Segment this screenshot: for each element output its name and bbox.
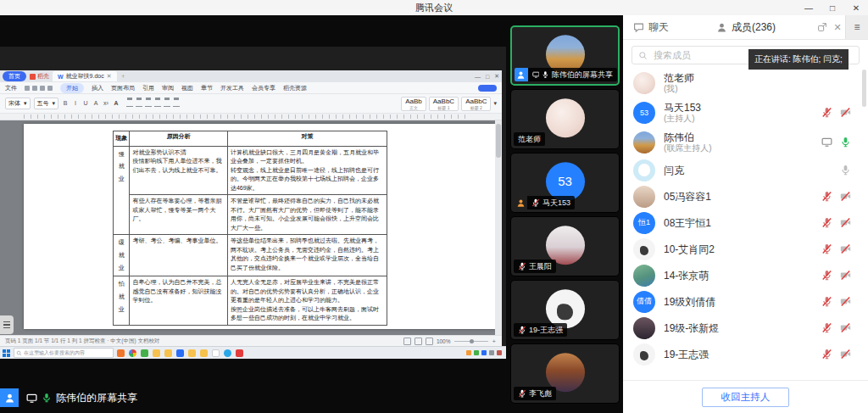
document-page[interactable]: 现象 原因分析 对策 慢就业 对就业形势认识不清 疫情影响线下用人单位进不来，我…	[24, 124, 495, 329]
video-tile-wangzhiqiang[interactable]: 19-王志强	[510, 280, 620, 340]
member-row[interactable]: 10-艾肖同2	[623, 236, 863, 262]
style-gallery-more-icon[interactable]: ▾	[493, 100, 497, 107]
menu-dev-tools[interactable]: 开发工具	[220, 84, 244, 92]
avatar	[633, 186, 655, 208]
remote-desktop: 首页 稻壳 W 就业帮扶9.doc ✕ ＋ — □ ✕ 文件	[0, 47, 506, 359]
menu-references[interactable]: 引用	[142, 84, 154, 92]
menu-section[interactable]: 章节	[201, 84, 213, 92]
menu-review[interactable]: 审阅	[162, 84, 174, 92]
wps-home-tab[interactable]: 首页	[3, 71, 26, 81]
tray-icon[interactable]	[481, 350, 487, 355]
wps-minimize-icon[interactable]: —	[475, 74, 481, 80]
menu-insert[interactable]: 插入	[92, 84, 103, 92]
member-row[interactable]: 19级-张新煜	[623, 315, 863, 341]
wps-document-tab[interactable]: W 就业帮扶9.doc ✕	[53, 71, 117, 81]
wps-menu-bar: 文件 开始 插入 页面布局 引用 审阅 视图 章节 开发工具 会员专享 稻壳资源	[0, 82, 502, 94]
member-row[interactable]: 14-张京萌	[623, 262, 863, 288]
style-gallery: AaBb正文 AaBbC标题 1 AaBbC标题 2 ▾	[401, 97, 497, 111]
taskbar-app-icon[interactable]	[236, 349, 243, 357]
tab-members[interactable]: 成员(236)	[716, 20, 776, 35]
member-row[interactable]: 范老师(我)	[623, 68, 863, 98]
wps-docer-tab[interactable]: 稻壳	[30, 72, 49, 81]
table-header-cause: 原因分析	[130, 131, 228, 147]
new-tab-button[interactable]: ＋	[120, 72, 126, 81]
member-row[interactable]: 05冯容容1	[623, 183, 863, 209]
paragraph-buttons[interactable]	[126, 100, 180, 107]
tray-icon[interactable]	[466, 350, 471, 355]
meeting-dock-handle[interactable]	[0, 315, 14, 334]
taskbar-app-icon[interactable]	[141, 349, 148, 357]
close-button[interactable]: ✕	[844, 0, 868, 15]
minimize-button[interactable]: —	[797, 0, 821, 15]
style-heading1[interactable]: AaBbC标题 1	[429, 97, 459, 111]
tray-icon[interactable]	[489, 350, 494, 355]
style-heading2[interactable]: AaBbC标题 2	[461, 97, 491, 111]
member-row[interactable]: 倩倩 19级刘倩倩	[623, 288, 863, 315]
video-tile-chenweibo-share[interactable]: 陈伟伯的屏幕共享	[510, 25, 620, 86]
menu-docer-res[interactable]: 稻壳资源	[283, 84, 307, 92]
taskbar-app-icon[interactable]	[117, 349, 125, 357]
wps-window-controls[interactable]: — □ ✕	[475, 73, 499, 80]
quick-access-icons[interactable]	[25, 86, 53, 91]
mic-muted-icon	[518, 389, 526, 398]
document-scrollbar[interactable]	[495, 120, 502, 335]
popout-panel-icon[interactable]	[815, 22, 830, 32]
reclaim-host-button[interactable]: 收回主持人	[702, 388, 790, 407]
menu-page-layout[interactable]: 页面布局	[111, 84, 135, 92]
view-mode-icon[interactable]	[403, 338, 411, 345]
member-row[interactable]: 19-王志强	[623, 341, 863, 367]
wps-ruler	[0, 114, 502, 120]
font-name-select[interactable]: 宋体▾	[5, 98, 31, 109]
remote-taskbar: 在这里输入你要搜索的内容	[0, 346, 506, 359]
tray-icon[interactable]	[497, 350, 502, 355]
video-tile-matian153[interactable]: 53 马天153	[510, 153, 620, 213]
active-speaker-icon	[0, 388, 19, 407]
menu-member[interactable]: 会员专享	[252, 84, 275, 92]
video-tile-fanlaoshi[interactable]: 范老师	[510, 89, 620, 149]
view-mode-icon[interactable]	[426, 338, 433, 345]
member-row[interactable]: 53 马天153(主持人)	[623, 98, 863, 127]
taskbar-folder-icon[interactable]	[200, 349, 208, 357]
taskbar-folder-icon[interactable]	[188, 349, 196, 357]
status-info: 页码 1 页面 1/1 节 1/1 行 1 列 1 拼写检查 · 中文(中国) …	[5, 338, 159, 345]
video-tile-lifeibiao[interactable]: 李飞彪	[510, 343, 620, 404]
taskbar-folder-icon[interactable]	[153, 349, 160, 357]
camera-off-icon	[840, 107, 851, 118]
style-normal[interactable]: AaBb正文	[401, 97, 426, 111]
wps-close-icon[interactable]: ✕	[494, 73, 499, 80]
maximize-button[interactable]: □	[821, 0, 844, 15]
taskbar-meeting-icon[interactable]	[224, 349, 231, 357]
close-panel-icon[interactable]: ✕	[830, 22, 845, 33]
menu-home[interactable]: 开始	[60, 83, 84, 93]
avatar: 53	[546, 162, 585, 201]
panel-menu-button[interactable]: ≡	[845, 15, 868, 39]
tab-chat[interactable]: 聊天	[633, 20, 669, 35]
table-header-phenomenon: 现象	[114, 131, 130, 147]
zoom-slider[interactable]	[454, 341, 488, 342]
panel-header: 聊天 成员(236) ✕ ≡	[623, 15, 868, 40]
video-tile-wangchenyang[interactable]: 王晨阳	[510, 216, 620, 276]
view-mode-icon[interactable]	[415, 338, 422, 345]
wps-maximize-icon[interactable]: □	[486, 74, 489, 80]
zoom-in-icon[interactable]: ＋	[492, 338, 498, 345]
share-doc-button[interactable]	[478, 85, 497, 92]
camera-off-icon	[840, 270, 851, 281]
start-button[interactable]	[3, 349, 10, 357]
menu-view[interactable]: 视图	[181, 84, 193, 92]
taskbar-app-icon[interactable]	[129, 349, 136, 357]
menu-file[interactable]: 文件	[5, 84, 17, 92]
docer-icon	[30, 74, 36, 80]
font-style-buttons[interactable]: BIUAx²𝐀	[62, 100, 120, 107]
tray-icon[interactable]	[474, 350, 479, 355]
member-row[interactable]: 恒1 08王宇恒1	[623, 209, 863, 236]
member-row[interactable]: 闫克	[623, 157, 863, 183]
taskbar-search[interactable]: 在这里输入你要搜索的内容	[14, 348, 114, 358]
close-doc-icon[interactable]: ✕	[107, 73, 112, 80]
taskbar-folder-icon[interactable]	[164, 349, 172, 357]
font-size-select[interactable]: 五号▾	[34, 98, 59, 109]
member-row[interactable]: 陈伟伯(联席主持人)	[623, 127, 863, 157]
wps-writer-window: 首页 稻壳 W 就业帮扶9.doc ✕ ＋ — □ ✕ 文件	[0, 70, 502, 346]
member-list-scrollbar[interactable]	[862, 70, 866, 107]
taskbar-app-icon[interactable]	[212, 349, 220, 357]
taskbar-app-icon[interactable]	[176, 349, 184, 357]
